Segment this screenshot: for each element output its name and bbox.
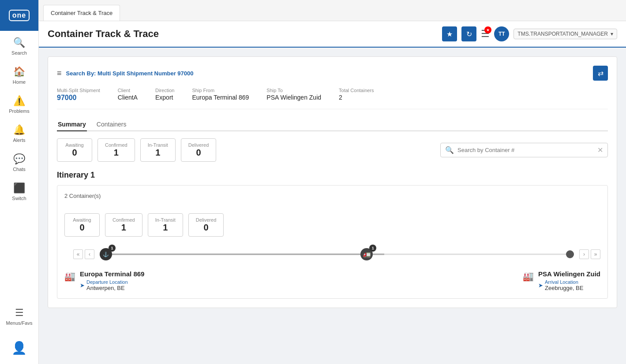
arrival-sub-label: Arrival Location (545, 279, 583, 285)
sidebar-item-label: Home (13, 79, 26, 85)
container-search-input[interactable] (457, 147, 594, 153)
departure-terminal-icon: 🏭 (64, 271, 75, 282)
arrival-terminal-name: PSA Wielingen Zuid (538, 270, 600, 278)
status-delivered-top[interactable]: Delivered 0 (181, 138, 216, 162)
departure-location-sub: ➤ Departure Location Antwerpen, BE (80, 279, 144, 291)
switch-icon: ⬛ (13, 182, 25, 194)
track-nav-right: › » (579, 249, 600, 259)
content-area: ≡ Search By: Multi Split Shipment Number… (39, 48, 626, 364)
tab-containers[interactable]: Containers (96, 118, 127, 131)
page-tabs: Summary Containers (57, 118, 608, 131)
ship-from-value: Europa Terminal 869 (192, 94, 249, 101)
star-button[interactable]: ★ (442, 26, 457, 41)
track-node-badge-2: 1 (369, 245, 376, 252)
track-nav-left: « ‹ (73, 249, 94, 259)
user-dropdown[interactable]: TMS.TRANSPORTATION_MANAGER ▾ (514, 29, 617, 39)
track-prev-prev-button[interactable]: « (73, 249, 83, 259)
tab-container-track[interactable]: Container Track & Trace (43, 5, 120, 21)
page-title: Container Track & Trace (48, 28, 159, 40)
home-icon: 🏠 (13, 66, 25, 78)
ship-from-label: Ship From (192, 88, 249, 93)
shipment-info: Multi-Split Shipment 97000 Client Client… (57, 88, 608, 109)
direction-field: Direction Export (155, 88, 174, 102)
track-progress-line: ⚓ 1 🚛 1 (100, 245, 574, 263)
sidebar-item-problems[interactable]: ⚠️ Problems (0, 89, 38, 118)
itinerary-card: 2 Container(s) Awaiting 0 Confirmed 1 In… (57, 185, 608, 299)
sidebar-item-avatar[interactable]: 👤 (0, 334, 38, 360)
sidebar-item-switch[interactable]: ⬛ Switch (0, 176, 38, 205)
client-field: Client ClientA (118, 88, 138, 102)
toggle-view-button[interactable]: ⇄ (593, 66, 608, 81)
sidebar-item-label: Alerts (13, 137, 25, 143)
arrival-arrow-icon: ➤ (538, 282, 543, 289)
notification-badge: ★ (484, 26, 491, 33)
departure-location: 🏭 Europa Terminal 869 ➤ Departure Locati… (64, 270, 144, 291)
sidebar-item-menus[interactable]: ☰ Menus/Favs (0, 301, 38, 330)
arrival-sub-value: Zeebrugge, BE (545, 285, 583, 291)
arrival-terminal-icon: 🏭 (523, 271, 534, 282)
track-line-row: « ‹ ⚓ 1 (64, 245, 600, 263)
header-actions: ★ ↻ ☰ ★ TT TMS.TRANSPORTATION_MANAGER ▾ (442, 26, 617, 41)
summary-status-row: Awaiting 0 Confirmed 1 In-Transit 1 Deli… (57, 138, 608, 162)
track-next-button[interactable]: › (579, 249, 589, 259)
multi-split-label: Multi-Split Shipment (57, 88, 100, 93)
search-info-bar: ≡ Search By: Multi Split Shipment Number… (57, 66, 608, 81)
status-in-transit-top[interactable]: In-Transit 1 (140, 138, 176, 162)
track-prev-button[interactable]: ‹ (85, 249, 94, 259)
clear-search-button[interactable]: ✕ (597, 146, 603, 154)
search-info-left: ≡ Search By: Multi Split Shipment Number… (57, 69, 194, 78)
user-avatar: TT (494, 26, 509, 41)
refresh-button[interactable]: ↻ (461, 26, 476, 41)
arrival-location-sub: ➤ Arrival Location Zeebrugge, BE (538, 279, 600, 291)
chat-icon: 💬 (13, 153, 25, 165)
menu-button[interactable]: ☰ ★ (481, 28, 490, 40)
sidebar-item-label: Menus/Favs (6, 320, 33, 326)
app-logo: one (0, 0, 38, 31)
itinerary-title: Itinerary 1 (57, 171, 608, 180)
main-area: Container Track & Trace Container Track … (39, 0, 626, 364)
search-icon: 🔍 (13, 37, 25, 48)
departure-sub-value: Antwerpen, BE (86, 285, 128, 291)
track-next-next-button[interactable]: » (591, 249, 600, 259)
warning-icon: ⚠️ (13, 95, 25, 107)
sidebar-item-search[interactable]: 🔍 Search (0, 31, 38, 60)
main-card: ≡ Search By: Multi Split Shipment Number… (48, 56, 617, 308)
arrival-location: 🏭 PSA Wielingen Zuid ➤ Arrival Location … (523, 270, 600, 291)
header-row: Container Track & Trace ★ ↻ ☰ ★ TT TMS.T… (39, 21, 626, 48)
sidebar-item-alerts[interactable]: 🔔 Alerts (0, 118, 38, 147)
track-node-circle-1: ⚓ 1 (100, 248, 112, 260)
arrival-info: PSA Wielingen Zuid ➤ Arrival Location Ze… (538, 270, 600, 291)
sidebar-item-home[interactable]: 🏠 Home (0, 60, 38, 89)
client-label: Client (118, 88, 138, 93)
status-awaiting-top[interactable]: Awaiting 0 (57, 138, 92, 162)
departure-sub-label: Departure Location (86, 279, 128, 285)
departure-info: Europa Terminal 869 ➤ Departure Location… (80, 270, 144, 291)
itinerary-status-delivered[interactable]: Delivered 0 (188, 213, 224, 237)
container-search-box[interactable]: 🔍 ✕ (440, 143, 608, 157)
direction-value: Export (155, 94, 174, 101)
ship-from-field: Ship From Europa Terminal 869 (192, 88, 249, 102)
track-node-circle-2: 🚛 1 (360, 248, 373, 260)
list-icon: ≡ (57, 69, 62, 78)
itinerary-header-row: 2 Container(s) (64, 193, 600, 206)
client-value: ClientA (118, 94, 138, 101)
ship-to-value: PSA Wielingen Zuid (266, 94, 321, 101)
status-confirmed-top[interactable]: Confirmed 1 (97, 138, 135, 162)
direction-label: Direction (155, 88, 174, 93)
tab-summary[interactable]: Summary (57, 118, 87, 131)
bell-icon: 🔔 (13, 124, 25, 136)
track-bar-filled (100, 254, 384, 255)
sidebar-item-chats[interactable]: 💬 Chats (0, 147, 38, 176)
track-node-1: ⚓ 1 (100, 248, 112, 260)
search-by-text: Search By: Multi Split Shipment Number 9… (66, 70, 194, 77)
sidebar-item-label: Search (11, 50, 27, 56)
menu-icon: ☰ (15, 307, 24, 319)
itinerary-status-confirmed[interactable]: Confirmed 1 (105, 213, 142, 237)
itinerary-status-in-transit[interactable]: In-Transit 1 (148, 213, 183, 237)
departure-arrow-icon: ➤ (80, 282, 85, 289)
locations-row: 🏭 Europa Terminal 869 ➤ Departure Locati… (64, 270, 600, 291)
user-avatar-icon: 👤 (11, 341, 27, 355)
sidebar-item-label: Problems (9, 108, 29, 114)
itinerary-status-awaiting[interactable]: Awaiting 0 (64, 213, 100, 237)
sidebar: one 🔍 Search 🏠 Home ⚠️ Problems 🔔 Alerts… (0, 0, 39, 364)
